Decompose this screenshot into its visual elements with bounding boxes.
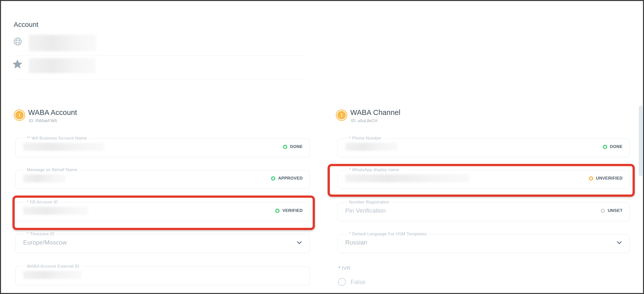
field-label: Message on Behalf Name bbox=[25, 167, 80, 172]
page-title: Account bbox=[14, 21, 38, 29]
radio-option-label: False bbox=[350, 279, 366, 286]
timezone-value: Europe/Moscow bbox=[23, 239, 67, 246]
language-value: Russian bbox=[345, 239, 367, 246]
star-icon bbox=[12, 59, 23, 70]
field-number-registration[interactable]: Number Registration Pin Verification UNS… bbox=[338, 200, 630, 221]
status-dot-icon bbox=[601, 209, 605, 213]
redacted-value bbox=[23, 174, 66, 182]
field-label: Number Registration bbox=[347, 200, 392, 205]
field-label: * FB Account ID bbox=[25, 200, 60, 205]
number-registration-value: Pin Verification bbox=[345, 207, 386, 214]
waba-account-title: WABA Account bbox=[28, 109, 77, 117]
ivr-group-label: *IVR bbox=[338, 265, 350, 271]
status-dot-icon bbox=[271, 176, 275, 181]
status-dot-icon bbox=[589, 176, 593, 181]
redacted-value bbox=[345, 143, 398, 151]
status-badge: UNVERIFIED bbox=[589, 176, 622, 181]
waba-account-status-icon bbox=[14, 110, 25, 121]
redacted-value bbox=[23, 271, 82, 279]
status-dot-icon bbox=[603, 145, 607, 149]
divider bbox=[14, 80, 307, 80]
redacted-account-name bbox=[29, 35, 96, 51]
field-label: ** WA Business Account Name bbox=[25, 136, 89, 141]
field-label: * Phone Number bbox=[347, 136, 384, 141]
field-label: * Timezone ID bbox=[25, 232, 57, 237]
status-badge: VERIFIED bbox=[275, 208, 303, 213]
status-label: UNVERIFIED bbox=[596, 176, 622, 181]
field-wa-business-account-name[interactable]: ** WA Business Account Name DONE bbox=[16, 136, 310, 157]
field-whatsapp-display-name[interactable]: * WhatsApp display name UNVERIFIED bbox=[338, 167, 630, 189]
status-dot-icon bbox=[283, 145, 287, 149]
status-dot-icon bbox=[275, 209, 280, 213]
waba-account-id: ID: RWIakFWA bbox=[29, 118, 57, 123]
field-label: * Default Language For HSM Templates bbox=[347, 232, 429, 237]
redacted-value bbox=[345, 174, 470, 182]
divider bbox=[14, 55, 307, 55]
status-badge: DONE bbox=[603, 144, 622, 149]
field-label: * WhatsApp display name bbox=[347, 167, 402, 172]
status-label: DONE bbox=[290, 144, 303, 149]
field-phone-number[interactable]: * Phone Number DONE bbox=[338, 136, 630, 157]
status-badge: APPROVED bbox=[271, 176, 303, 181]
status-badge: DONE bbox=[283, 144, 303, 149]
required-asterisk: * bbox=[338, 265, 340, 271]
field-label: WABA Account External ID bbox=[25, 264, 82, 269]
hourglass-icon bbox=[14, 110, 24, 120]
status-label: APPROVED bbox=[278, 176, 303, 181]
status-label: UNSET bbox=[608, 208, 622, 213]
globe-icon bbox=[13, 37, 22, 46]
status-badge: UNSET bbox=[601, 208, 622, 213]
radio-button-icon[interactable] bbox=[338, 278, 346, 286]
redacted-value bbox=[23, 207, 88, 215]
waba-channel-id: ID: u0uL8xCH bbox=[351, 118, 378, 123]
hourglass-icon bbox=[336, 110, 346, 120]
status-label: DONE bbox=[610, 144, 622, 149]
field-waba-account-external-id[interactable]: WABA Account External ID bbox=[16, 264, 310, 285]
ivr-option-false[interactable]: False bbox=[338, 278, 366, 286]
ivr-label-text: IVR bbox=[342, 265, 350, 271]
chevron-down-icon[interactable] bbox=[296, 239, 303, 246]
waba-channel-status-icon bbox=[336, 110, 347, 121]
field-default-language-hsm[interactable]: * Default Language For HSM Templates Rus… bbox=[338, 232, 630, 253]
redacted-plan-name bbox=[29, 58, 96, 73]
field-timezone-id[interactable]: * Timezone ID Europe/Moscow bbox=[16, 232, 310, 253]
vertical-scrollbar-thumb[interactable] bbox=[639, 106, 642, 176]
redacted-value bbox=[23, 143, 104, 151]
waba-channel-title: WABA Channel bbox=[350, 109, 400, 117]
status-label: VERIFIED bbox=[282, 208, 303, 213]
field-fb-account-id[interactable]: * FB Account ID VERIFIED bbox=[16, 200, 310, 221]
field-message-on-behalf-name[interactable]: Message on Behalf Name APPROVED bbox=[16, 167, 310, 189]
chevron-down-icon[interactable] bbox=[616, 239, 622, 246]
